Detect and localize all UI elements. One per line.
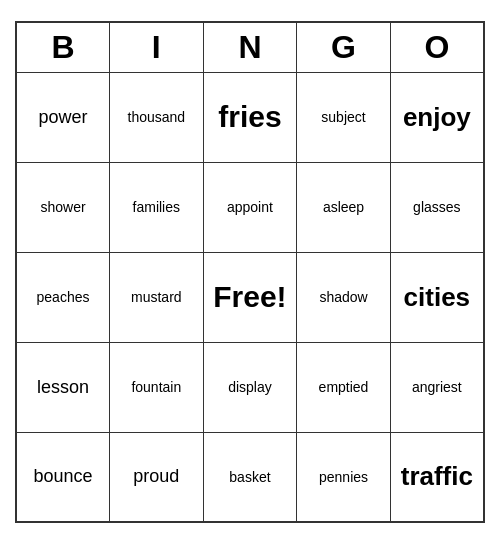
bingo-header: BINGO: [16, 22, 484, 72]
bingo-row-2: peachesmustardFree!shadowcities: [16, 252, 484, 342]
bingo-cell-0-2: fries: [203, 72, 297, 162]
bingo-cell-3-3: emptied: [297, 342, 390, 432]
bingo-cell-0-4: enjoy: [390, 72, 484, 162]
bingo-row-4: bounceproudbasketpenniestraffic: [16, 432, 484, 522]
bingo-card: BINGO powerthousandfriessubjectenjoyshow…: [15, 21, 485, 523]
bingo-cell-1-4: glasses: [390, 162, 484, 252]
bingo-cell-1-2: appoint: [203, 162, 297, 252]
bingo-cell-0-1: thousand: [110, 72, 204, 162]
header-letter-i: I: [110, 22, 204, 72]
bingo-cell-0-3: subject: [297, 72, 390, 162]
bingo-cell-2-1: mustard: [110, 252, 204, 342]
bingo-cell-1-1: families: [110, 162, 204, 252]
header-letter-n: N: [203, 22, 297, 72]
bingo-cell-4-2: basket: [203, 432, 297, 522]
header-letter-g: G: [297, 22, 390, 72]
bingo-cell-3-4: angriest: [390, 342, 484, 432]
header-letter-b: B: [16, 22, 110, 72]
bingo-row-3: lessonfountaindisplayemptiedangriest: [16, 342, 484, 432]
bingo-cell-4-0: bounce: [16, 432, 110, 522]
bingo-cell-2-3: shadow: [297, 252, 390, 342]
bingo-cell-3-2: display: [203, 342, 297, 432]
bingo-cell-3-1: fountain: [110, 342, 204, 432]
header-letter-o: O: [390, 22, 484, 72]
bingo-cell-0-0: power: [16, 72, 110, 162]
bingo-cell-4-3: pennies: [297, 432, 390, 522]
bingo-cell-3-0: lesson: [16, 342, 110, 432]
bingo-cell-1-0: shower: [16, 162, 110, 252]
bingo-cell-2-2: Free!: [203, 252, 297, 342]
bingo-cell-2-4: cities: [390, 252, 484, 342]
bingo-cell-4-4: traffic: [390, 432, 484, 522]
bingo-row-1: showerfamiliesappointasleepglasses: [16, 162, 484, 252]
bingo-cell-4-1: proud: [110, 432, 204, 522]
bingo-cell-2-0: peaches: [16, 252, 110, 342]
bingo-row-0: powerthousandfriessubjectenjoy: [16, 72, 484, 162]
bingo-cell-1-3: asleep: [297, 162, 390, 252]
